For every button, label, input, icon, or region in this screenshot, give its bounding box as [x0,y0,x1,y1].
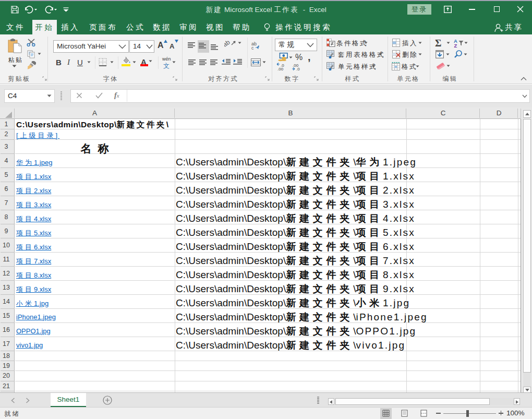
svg-text:Z: Z [454,43,457,47]
svg-text:ab: ab [224,39,232,48]
svg-text:c: c [251,45,254,50]
svg-text:.0: .0 [296,67,300,70]
svg-text:.00: .00 [277,67,284,70]
